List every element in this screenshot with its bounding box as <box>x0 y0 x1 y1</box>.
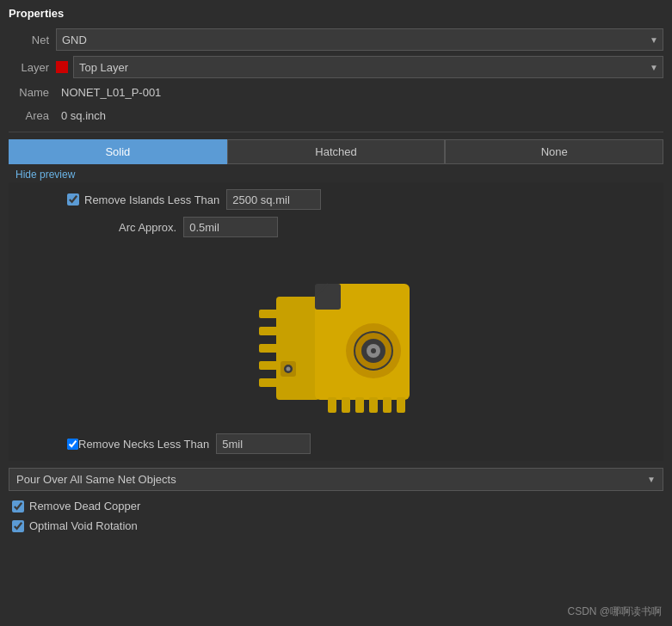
remove-necks-input[interactable] <box>216 433 311 454</box>
remove-islands-label: Remove Islands Less Than <box>84 193 219 206</box>
remove-necks-checkbox[interactable] <box>67 439 78 450</box>
pour-over-dropdown[interactable]: Pour Over All Same Net Objects ▼ <box>9 468 663 491</box>
svg-rect-21 <box>259 378 278 387</box>
svg-rect-20 <box>259 361 278 370</box>
area-label: Area <box>9 109 56 122</box>
watermark: CSDN @哪啊读书啊 <box>567 605 662 619</box>
hide-preview-link[interactable]: Hide preview <box>12 163 75 184</box>
pour-over-label: Pour Over All Same Net Objects <box>16 473 647 486</box>
name-label: Name <box>9 86 56 99</box>
tab-none[interactable]: None <box>445 139 663 164</box>
svg-rect-18 <box>259 327 278 335</box>
tab-solid[interactable]: Solid <box>9 139 227 164</box>
remove-dead-copper-checkbox[interactable] <box>12 500 24 512</box>
tab-hatched[interactable]: Hatched <box>227 139 446 164</box>
optimal-void-label: Optimal Void Rotation <box>29 519 138 532</box>
layer-select[interactable]: Top Layer <box>73 56 663 78</box>
svg-point-5 <box>286 367 290 371</box>
pcb-illustration <box>15 241 657 430</box>
svg-point-10 <box>371 348 376 353</box>
area-field-row: Area 0 sq.inch <box>9 107 663 125</box>
arc-approx-input[interactable] <box>183 217 278 237</box>
svg-rect-12 <box>342 397 350 413</box>
layer-label: Layer <box>9 61 56 74</box>
svg-rect-14 <box>369 397 378 413</box>
pcb-svg <box>250 249 422 421</box>
optimal-void-rotation-row: Optimal Void Rotation <box>9 516 663 536</box>
content-area: Remove Islands Less Than Arc Approx. <box>9 182 663 461</box>
arc-approx-row: Arc Approx. <box>15 217 657 237</box>
net-field-row: Net GND <box>9 28 663 51</box>
svg-rect-11 <box>328 397 336 413</box>
layer-field-row: Layer Top Layer <box>9 56 663 78</box>
svg-rect-19 <box>259 344 278 353</box>
remove-islands-checkbox[interactable] <box>67 193 79 206</box>
arc-approx-label: Arc Approx. <box>119 221 176 234</box>
layer-wrapper[interactable]: Top Layer <box>56 56 663 78</box>
name-value: NONET_L01_P-001 <box>56 83 663 101</box>
svg-rect-15 <box>383 397 391 413</box>
net-label: Net <box>9 34 56 46</box>
remove-necks-row: Remove Necks Less Than <box>15 433 657 454</box>
svg-rect-0 <box>276 297 319 400</box>
optimal-void-checkbox[interactable] <box>12 520 24 532</box>
layer-color-indicator <box>56 61 68 73</box>
remove-dead-copper-row: Remove Dead Copper <box>9 496 663 516</box>
svg-rect-17 <box>259 310 278 318</box>
remove-islands-row: Remove Islands Less Than <box>15 189 657 210</box>
panel-title: Properties <box>9 7 663 20</box>
svg-rect-2 <box>315 284 341 310</box>
area-value: 0 sq.inch <box>56 107 663 125</box>
fill-mode-tabs: Solid Hatched None <box>9 139 663 164</box>
svg-rect-16 <box>397 397 405 413</box>
remove-islands-input[interactable] <box>226 189 321 210</box>
divider-1 <box>9 132 663 132</box>
net-select[interactable]: GND <box>56 28 663 51</box>
name-field-row: Name NONET_L01_P-001 <box>9 83 663 101</box>
net-select-wrapper[interactable]: GND <box>56 28 663 51</box>
pour-over-arrow-icon: ▼ <box>647 475 656 484</box>
remove-necks-label: Remove Necks Less Than <box>78 438 209 451</box>
svg-rect-13 <box>355 397 364 413</box>
remove-dead-copper-label: Remove Dead Copper <box>29 500 140 512</box>
